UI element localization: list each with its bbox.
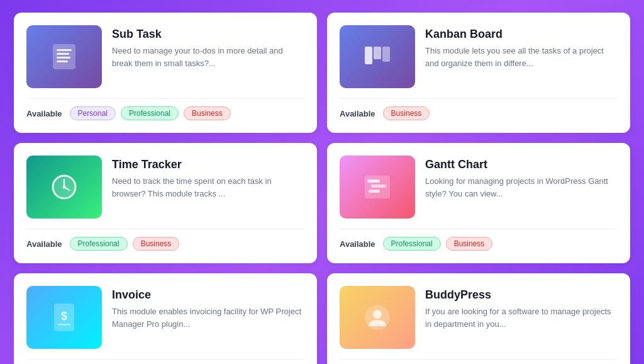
card-gantt: Gantt Chart Looking for managing project… — [327, 143, 630, 263]
card-title-subtask: Sub Task — [112, 28, 304, 41]
svg-rect-18 — [58, 324, 70, 326]
badge-professional: Professional — [70, 237, 128, 251]
module-grid: Sub Task Need to manage your to-dos in m… — [14, 13, 630, 364]
svg-rect-14 — [371, 185, 386, 188]
badge-business: Business — [383, 106, 430, 120]
svg-rect-3 — [57, 57, 70, 59]
card-footer-gantt: Available ProfessionalBusiness — [340, 229, 618, 251]
card-info-buddypress: BuddyPress If you are looking for a soft… — [425, 286, 618, 349]
card-info-subtask: Sub Task Need to manage your to-dos in m… — [112, 25, 304, 88]
card-desc-subtask: Need to manage your to-dos in more detai… — [112, 45, 304, 69]
card-info-timetracker: Time Tracker Need to track the time spen… — [112, 156, 304, 219]
card-footer-buddypress: Available Business — [340, 359, 618, 364]
card-footer-subtask: Available PersonalProfessionalBusiness — [26, 98, 304, 120]
card-thumbnail-kanban — [340, 25, 415, 88]
svg-rect-7 — [382, 47, 390, 62]
svg-rect-4 — [57, 60, 68, 62]
card-desc-timetracker: Need to track the time spent on each tas… — [112, 175, 304, 200]
card-desc-buddypress: If you are looking for a software to man… — [425, 305, 618, 330]
available-label-gantt: Available — [340, 239, 375, 249]
svg-rect-1 — [57, 49, 72, 51]
available-label-kanban: Available — [340, 109, 375, 118]
card-title-buddypress: BuddyPress — [425, 288, 618, 302]
svg-rect-15 — [369, 190, 380, 193]
card-buddypress: BuddyPress If you are looking for a soft… — [327, 273, 630, 364]
card-desc-kanban: This module lets you see all the tasks o… — [425, 45, 618, 69]
card-thumbnail-timetracker — [26, 156, 102, 219]
card-invoice: $ Invoice This module enables invoicing … — [14, 273, 317, 364]
card-footer-kanban: Available Business — [340, 98, 618, 120]
svg-rect-2 — [57, 53, 69, 55]
card-thumbnail-subtask — [26, 25, 102, 88]
card-top-kanban: Kanban Board This module lets you see al… — [340, 25, 618, 88]
badge-business: Business — [446, 237, 493, 251]
card-desc-invoice: This module enables invoicing facility f… — [112, 305, 304, 330]
badge-business: Business — [184, 106, 231, 120]
badge-professional: Professional — [121, 106, 179, 120]
svg-point-11 — [63, 186, 66, 189]
card-title-kanban: Kanban Board — [425, 28, 618, 41]
badge-professional: Professional — [383, 237, 441, 251]
card-info-gantt: Gantt Chart Looking for managing project… — [425, 156, 618, 219]
available-label-subtask: Available — [26, 109, 62, 118]
card-top-subtask: Sub Task Need to manage your to-dos in m… — [26, 25, 304, 88]
card-footer-timetracker: Available ProfessionalBusiness — [26, 229, 304, 251]
card-thumbnail-invoice: $ — [26, 286, 102, 349]
card-info-invoice: Invoice This module enables invoicing fa… — [112, 286, 304, 349]
svg-rect-6 — [374, 47, 381, 59]
card-timetracker: Time Tracker Need to track the time spen… — [14, 143, 317, 263]
card-subtask: Sub Task Need to manage your to-dos in m… — [14, 13, 317, 133]
card-title-gantt: Gantt Chart — [425, 158, 618, 171]
card-desc-gantt: Looking for managing projects in WordPre… — [425, 175, 618, 200]
badge-business: Business — [133, 237, 180, 251]
badge-personal: Personal — [70, 106, 116, 120]
card-info-kanban: Kanban Board This module lets you see al… — [425, 25, 618, 88]
svg-rect-13 — [367, 179, 380, 183]
available-label-timetracker: Available — [26, 239, 62, 249]
card-kanban: Kanban Board This module lets you see al… — [327, 13, 630, 133]
svg-point-20 — [373, 310, 382, 319]
card-title-timetracker: Time Tracker — [112, 158, 304, 171]
svg-text:$: $ — [61, 310, 67, 322]
svg-rect-5 — [365, 47, 372, 64]
card-footer-invoice: Available ProfessionalBusiness — [26, 359, 304, 364]
card-top-invoice: $ Invoice This module enables invoicing … — [26, 286, 304, 349]
card-top-buddypress: BuddyPress If you are looking for a soft… — [340, 286, 618, 349]
card-thumbnail-gantt — [340, 156, 415, 219]
card-title-invoice: Invoice — [112, 288, 304, 302]
card-top-timetracker: Time Tracker Need to track the time spen… — [26, 156, 304, 219]
card-top-gantt: Gantt Chart Looking for managing project… — [340, 156, 618, 219]
card-thumbnail-buddypress — [340, 286, 415, 349]
